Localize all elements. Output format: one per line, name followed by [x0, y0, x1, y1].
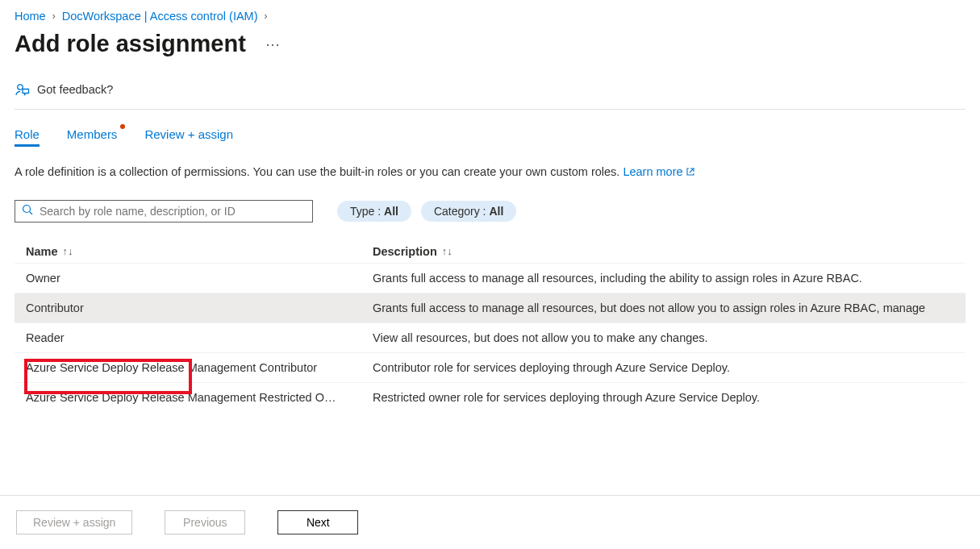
review-assign-button[interactable]: Review + assign	[16, 510, 132, 534]
table-row[interactable]: Azure Service Deploy Release Management …	[15, 352, 965, 382]
role-name: Owner	[26, 272, 373, 285]
role-name: Contributor	[26, 302, 373, 314]
previous-button[interactable]: Previous	[165, 510, 245, 534]
next-button[interactable]: Next	[277, 510, 358, 534]
breadcrumb-home[interactable]: Home	[15, 10, 46, 23]
role-description: Restricted owner role for services deplo…	[373, 391, 954, 404]
tabs: Role Members Review + assign	[15, 127, 965, 146]
notification-dot-icon	[120, 124, 125, 129]
role-description-text: A role definition is a collection of per…	[15, 164, 965, 182]
role-search-input-wrap[interactable]	[15, 200, 313, 223]
column-header-name[interactable]: Name ↑↓	[26, 245, 373, 258]
filter-category-pill[interactable]: Category : All	[421, 201, 516, 222]
chevron-right-icon: ›	[263, 10, 269, 22]
more-actions-button[interactable]: ⋯	[262, 34, 284, 55]
tab-members-label: Members	[67, 127, 118, 141]
role-description: Grants full access to manage all resourc…	[373, 272, 954, 285]
breadcrumb-workspace[interactable]: DocWorkspace | Access control (IAM)	[62, 10, 258, 23]
column-header-description[interactable]: Description ↑↓	[373, 245, 954, 258]
tab-members[interactable]: Members	[67, 127, 118, 146]
role-name: Azure Service Deploy Release Management …	[26, 391, 373, 404]
table-row[interactable]: Reader View all resources, but does not …	[15, 322, 965, 352]
role-description: View all resources, but does not allow y…	[373, 331, 954, 344]
table-row[interactable]: Contributor Grants full access to manage…	[15, 293, 965, 322]
breadcrumb: Home › DocWorkspace | Access control (IA…	[15, 10, 965, 23]
filter-type-pill[interactable]: Type : All	[337, 201, 411, 222]
chevron-right-icon: ›	[51, 10, 57, 22]
svg-point-1	[23, 206, 31, 213]
external-link-icon	[686, 164, 695, 182]
role-description: Contributor role for services deploying …	[373, 361, 954, 374]
role-search-input[interactable]	[38, 204, 306, 218]
feedback-link[interactable]: Got feedback?	[15, 81, 965, 110]
learn-more-link[interactable]: Learn more	[623, 165, 694, 178]
table-row[interactable]: Owner Grants full access to manage all r…	[15, 263, 965, 293]
tab-review-assign[interactable]: Review + assign	[144, 127, 233, 146]
sort-icon: ↑↓	[63, 245, 73, 257]
role-name: Reader	[26, 331, 373, 344]
tab-role[interactable]: Role	[15, 127, 40, 146]
table-row[interactable]: Azure Service Deploy Release Management …	[15, 382, 965, 412]
feedback-label: Got feedback?	[37, 83, 113, 96]
wizard-footer: Review + assign Previous Next	[0, 495, 980, 549]
search-icon	[22, 204, 33, 218]
sort-icon: ↑↓	[442, 245, 452, 257]
page-title: Add role assignment	[15, 31, 246, 57]
svg-point-0	[18, 85, 23, 89]
roles-table: Name ↑↓ Description ↑↓ Owner Grants full…	[15, 240, 965, 412]
feedback-icon	[15, 81, 31, 98]
role-name: Azure Service Deploy Release Management …	[26, 361, 373, 374]
role-description: Grants full access to manage all resourc…	[373, 302, 954, 314]
